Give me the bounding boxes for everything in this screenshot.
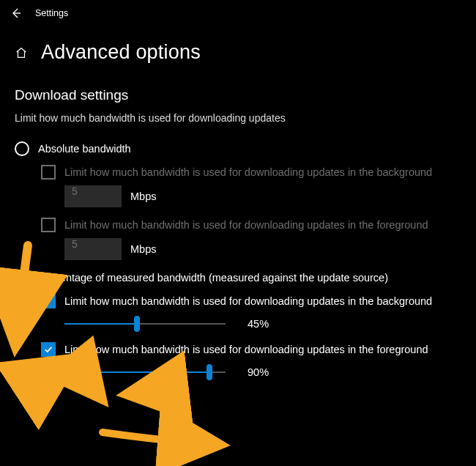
percentage-fg-slider-row: 90% xyxy=(64,364,461,380)
radio-icon xyxy=(15,141,29,156)
radio-icon xyxy=(15,270,29,285)
checkbox-label: Limit how much bandwidth is used for dow… xyxy=(64,344,428,355)
checkbox-label: Limit how much bandwidth is used for dow… xyxy=(64,166,432,178)
radio-label: Percentage of measured bandwidth (measur… xyxy=(38,272,388,284)
back-icon[interactable] xyxy=(10,7,22,19)
percentage-fg-slider[interactable] xyxy=(64,364,226,380)
percentage-bg-slider[interactable] xyxy=(64,316,226,332)
checkbox-label: Limit how much bandwidth is used for dow… xyxy=(64,295,432,307)
slider-value: 90% xyxy=(248,366,277,378)
checkbox-icon xyxy=(41,165,56,180)
absolute-bandwidth-option[interactable]: Absolute bandwidth xyxy=(15,141,461,156)
absolute-fg-value-input[interactable]: 5 xyxy=(64,238,122,260)
unit-label: Mbps xyxy=(130,243,156,255)
download-settings-section: Download settings Limit how much bandwid… xyxy=(0,68,476,380)
absolute-bandwidth-block: Limit how much bandwidth is used for dow… xyxy=(41,165,461,260)
title-bar: Settings xyxy=(0,0,476,26)
slider-value: 45% xyxy=(248,318,277,330)
absolute-fg-input-row: 5 Mbps xyxy=(64,238,461,260)
radio-label: Absolute bandwidth xyxy=(38,143,131,155)
percentage-fg-limit-check[interactable]: Limit how much bandwidth is used for dow… xyxy=(41,342,461,357)
page-header: Advanced options xyxy=(0,26,476,68)
absolute-bg-limit-check[interactable]: Limit how much bandwidth is used for dow… xyxy=(41,165,461,180)
section-description: Limit how much bandwidth is used for dow… xyxy=(15,112,461,124)
slider-fill xyxy=(64,371,209,373)
checkbox-label: Limit how much bandwidth is used for dow… xyxy=(64,219,428,231)
unit-label: Mbps xyxy=(130,191,156,202)
page-title: Advanced options xyxy=(41,41,201,64)
slider-fill xyxy=(64,323,137,325)
percentage-bandwidth-option[interactable]: Percentage of measured bandwidth (measur… xyxy=(15,270,461,285)
absolute-bg-input-row: 5 Mbps xyxy=(64,185,461,207)
slider-thumb[interactable] xyxy=(134,316,140,332)
home-icon[interactable] xyxy=(15,46,28,59)
percentage-bandwidth-block: Limit how much bandwidth is used for dow… xyxy=(41,294,461,380)
slider-thumb[interactable] xyxy=(207,364,212,380)
percentage-bg-slider-row: 45% xyxy=(64,316,461,332)
checkbox-icon xyxy=(41,294,56,308)
window-title: Settings xyxy=(35,8,68,18)
percentage-bg-limit-check[interactable]: Limit how much bandwidth is used for dow… xyxy=(41,294,461,308)
absolute-bg-value-input[interactable]: 5 xyxy=(64,185,122,207)
absolute-fg-limit-check[interactable]: Limit how much bandwidth is used for dow… xyxy=(41,218,461,232)
checkbox-icon xyxy=(41,342,56,357)
checkbox-icon xyxy=(41,218,56,232)
section-heading: Download settings xyxy=(15,87,461,103)
